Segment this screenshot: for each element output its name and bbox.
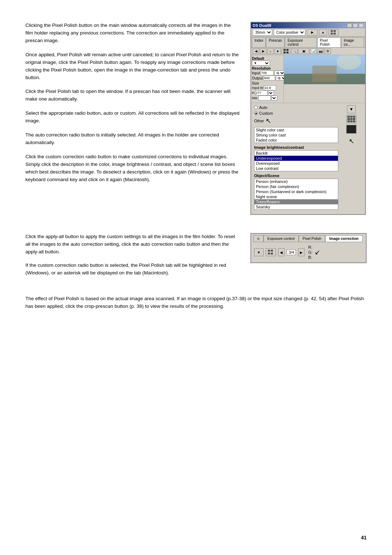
page-number: 41 bbox=[361, 535, 367, 540]
panel-left-col: Auto Custom Other ↖ bbox=[254, 105, 338, 212]
nav-left-btn[interactable]: ◀ bbox=[278, 248, 285, 256]
toolbar-row-1: 35mm Color positive ▶ ▲ bbox=[251, 28, 365, 37]
up-arrow-button[interactable]: ▲ bbox=[319, 29, 327, 36]
down-arrow-button[interactable]: ▼ bbox=[347, 105, 356, 113]
other-row: Other ↖ bbox=[254, 117, 338, 125]
star-btn[interactable]: ★ bbox=[274, 48, 281, 54]
mar-label: Mar bbox=[252, 96, 258, 100]
maximize-button[interactable]: □ bbox=[353, 23, 358, 28]
tab-index[interactable]: Index bbox=[252, 37, 266, 47]
svg-rect-13 bbox=[271, 250, 273, 252]
other-label: Other bbox=[254, 119, 264, 123]
color-cast-item-1[interactable]: Slight color cast bbox=[254, 127, 338, 132]
object-item-6[interactable]: Sea/sky bbox=[254, 204, 338, 209]
resolution-label: Resolution bbox=[252, 66, 283, 70]
tab-pixel-polish[interactable]: Pixel Polish bbox=[317, 37, 341, 47]
object-item-3[interactable]: Person (Suntanned or dark complexion) bbox=[254, 189, 338, 194]
object-item-2[interactable]: Person (fair complexion) bbox=[254, 184, 338, 189]
width-field[interactable] bbox=[264, 85, 276, 90]
brightness-item-3[interactable]: Overexposed bbox=[254, 161, 338, 166]
svg-rect-14 bbox=[268, 253, 270, 254]
paragraph-4: Select the appropriate radio button, aut… bbox=[25, 110, 240, 125]
bottom-section: The effect of Pixel Polish is based on t… bbox=[25, 295, 367, 310]
tab-image-correction[interactable]: Image co... bbox=[341, 37, 364, 47]
default-field: Default ▼ bbox=[252, 57, 283, 66]
mid-right-ui: n Exposure control Pixel Polish Image co… bbox=[250, 233, 367, 277]
object-item-4[interactable]: Night scene bbox=[254, 194, 338, 199]
home-btn[interactable]: ⌂ bbox=[267, 48, 274, 54]
page: Clicking the Pixel Polish button on the … bbox=[0, 0, 392, 332]
brightness-item-1[interactable]: Backlit bbox=[254, 151, 338, 156]
size-label: Size bbox=[252, 81, 259, 85]
color-cast-item-2[interactable]: Strong color cast bbox=[254, 132, 338, 138]
grid-icon[interactable] bbox=[346, 115, 356, 123]
svg-rect-2 bbox=[331, 33, 333, 34]
window-controls[interactable]: _ □ × bbox=[347, 23, 364, 28]
film-btn[interactable]: ▣ bbox=[298, 48, 309, 54]
top-section: Clicking the Pixel Polish button on the … bbox=[25, 22, 367, 215]
thumbnail-button[interactable] bbox=[328, 29, 339, 36]
paragraph-2: Once applied, Pixel Polish will remain a… bbox=[25, 51, 240, 82]
nav-right-btn[interactable]: ▶ bbox=[298, 248, 305, 256]
tabs-ui-row: n Exposure control Pixel Polish Image co… bbox=[253, 235, 364, 242]
minimize-button[interactable]: _ bbox=[347, 23, 352, 28]
mid-left-text: Click the apply-all button to apply the … bbox=[25, 233, 240, 277]
middle-section: Click the apply-all button to apply the … bbox=[25, 233, 367, 277]
rgb-labels: R: G: B: bbox=[308, 245, 313, 260]
tab-exposure[interactable]: Exposure control bbox=[285, 37, 317, 47]
extra-btn[interactable]: ⚙ bbox=[324, 48, 331, 54]
ui-tab-exposure[interactable]: Exposure control bbox=[264, 235, 299, 242]
size-field: Size Input W H ▼ Mar bbox=[252, 81, 283, 101]
g-label: G: bbox=[308, 250, 313, 254]
graph-btn[interactable]: 📊 bbox=[310, 48, 317, 54]
window-title: DS DualIII bbox=[253, 23, 271, 28]
bottom-controls: ▼ ◀ 3/4 bbox=[253, 244, 364, 261]
brightness-item-2[interactable]: Underexposed bbox=[254, 156, 338, 161]
object-item-5[interactable]: Trees/flowers bbox=[254, 199, 338, 204]
h-unit-select[interactable]: ▼ bbox=[268, 90, 274, 95]
arrow-right-btn[interactable]: ▶ bbox=[260, 48, 266, 54]
mar-select[interactable]: ▼ bbox=[271, 95, 277, 101]
tabs-ui-container: n Exposure control Pixel Polish Image co… bbox=[250, 233, 367, 263]
auto-radio[interactable] bbox=[254, 106, 258, 109]
mar-field[interactable] bbox=[258, 95, 271, 101]
color-cast-listbox[interactable]: Slight color cast Strong color cast Fade… bbox=[254, 127, 338, 143]
ui-tab-pixel-polish[interactable]: Pixel Polish bbox=[299, 235, 326, 242]
input-dpi-field[interactable] bbox=[261, 70, 274, 76]
grid-btn[interactable] bbox=[282, 48, 290, 54]
object-listbox[interactable]: Person (enhance) Person (fair complexion… bbox=[254, 179, 338, 210]
default-select[interactable]: ▼ bbox=[252, 61, 270, 66]
preview-image bbox=[284, 55, 365, 84]
custom-label: Custom bbox=[259, 111, 273, 115]
nav-display: 3/4 bbox=[287, 249, 296, 255]
object-item-1[interactable]: Person (enhance) bbox=[254, 179, 338, 184]
tab-prescan[interactable]: Prescan bbox=[266, 37, 285, 47]
output-dpi-field[interactable] bbox=[264, 76, 275, 81]
search-btn[interactable]: 🔍 bbox=[291, 48, 298, 54]
middle-paragraph-1: Click the apply-all button to apply the … bbox=[25, 233, 240, 256]
ui-tab-n[interactable]: n bbox=[253, 235, 264, 242]
scan-button[interactable]: ▶ bbox=[307, 29, 318, 36]
svg-rect-12 bbox=[268, 250, 270, 252]
brightness-listbox[interactable]: Backlit Underexposed Overexposed Low con… bbox=[254, 150, 338, 171]
down-ctrl-btn[interactable]: ▼ bbox=[254, 248, 264, 256]
film-type-select[interactable]: 35mm bbox=[253, 29, 272, 36]
svg-rect-1 bbox=[334, 30, 336, 32]
custom-radio[interactable] bbox=[254, 111, 258, 115]
paragraph-3: Click the Pixel Polish tab to open the w… bbox=[25, 88, 240, 103]
h-label: H bbox=[252, 91, 254, 95]
close-button[interactable]: × bbox=[359, 23, 364, 28]
bottom-cursor-icon: ↙ bbox=[315, 248, 320, 256]
ui-tab-image-correction[interactable]: Image correction bbox=[325, 235, 363, 242]
height-field[interactable] bbox=[255, 90, 268, 95]
color-cast-item-3[interactable]: Faded color bbox=[254, 138, 338, 143]
svg-rect-15 bbox=[271, 253, 273, 254]
camera-btn[interactable]: 📷 bbox=[317, 48, 324, 54]
brightness-item-4[interactable]: Low contrast bbox=[254, 166, 338, 171]
arrow-left-btn[interactable]: ◀ bbox=[253, 48, 259, 54]
color-mode-select[interactable]: Color positive bbox=[274, 29, 305, 36]
scanner-window-panel: DS DualIII _ □ × 35mm Color positive bbox=[250, 22, 367, 215]
cursor-arrow-2: ↖ bbox=[349, 137, 354, 145]
output-label: Output bbox=[252, 76, 263, 80]
grid-ctrl-btn[interactable] bbox=[266, 248, 276, 256]
